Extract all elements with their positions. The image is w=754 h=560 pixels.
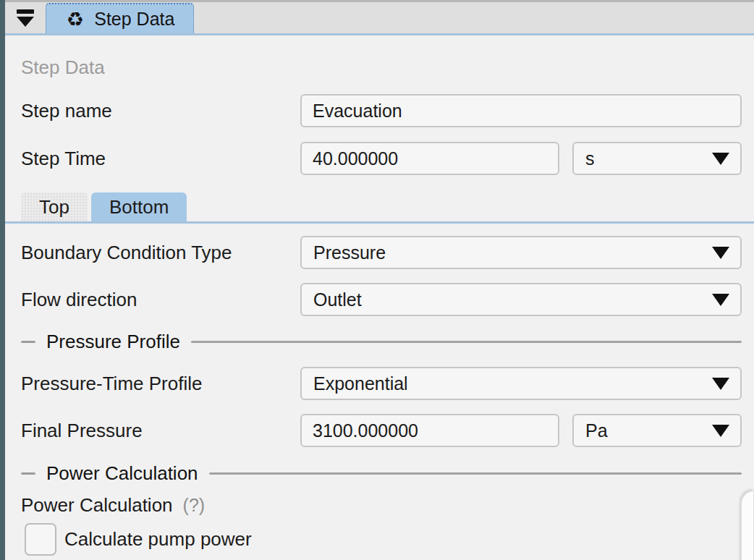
final-pressure-label: Final Pressure xyxy=(21,420,300,442)
panel-edge-strip xyxy=(0,0,5,560)
final-pressure-unit-select[interactable]: Pa xyxy=(572,414,742,447)
pressure-time-profile-label: Pressure-Time Profile xyxy=(21,373,300,395)
tab-step-data-label: Step Data xyxy=(94,9,174,30)
final-pressure-row: Final Pressure Pa xyxy=(21,414,742,447)
step-name-label: Step name xyxy=(21,100,300,122)
step-time-unit-value: s xyxy=(585,148,712,169)
dropdown-arrow-icon xyxy=(712,425,729,437)
boundary-condition-value: Pressure xyxy=(313,242,712,263)
section-rule xyxy=(191,341,742,343)
boundary-condition-select[interactable]: Pressure xyxy=(300,236,742,269)
calculate-pump-power-checkbox[interactable] xyxy=(25,523,56,556)
power-calculation-section-title: Power Calculation xyxy=(46,462,198,485)
power-calculation-row: Power Calculation (?) xyxy=(21,493,742,517)
section-dash xyxy=(21,341,35,343)
step-time-row: Step Time s xyxy=(21,142,742,175)
pressure-time-profile-select[interactable]: Exponential xyxy=(300,367,742,400)
tab-underline xyxy=(5,33,754,35)
pressure-time-profile-row: Pressure-Time Profile Exponential xyxy=(21,367,742,400)
dropdown-arrow-icon xyxy=(712,378,729,390)
power-calculation-section: Power Calculation xyxy=(21,462,742,484)
boundary-subtabs: Top Bottom xyxy=(21,192,742,221)
tab-bar: ♻ Step Data xyxy=(5,0,754,33)
flow-direction-row: Flow direction Outlet xyxy=(21,283,742,316)
section-rule xyxy=(209,472,742,475)
dropdown-arrow-icon xyxy=(712,247,729,259)
tab-bottom[interactable]: Bottom xyxy=(91,192,187,221)
tab-step-data[interactable]: ♻ Step Data xyxy=(46,3,194,33)
pressure-time-profile-value: Exponential xyxy=(313,373,712,394)
calculate-pump-power-row: Calculate pump power xyxy=(21,523,742,556)
help-icon[interactable]: (?) xyxy=(183,495,206,516)
step-time-label: Step Time xyxy=(21,148,300,170)
panel-heading: Step Data xyxy=(21,56,742,79)
dropdown-arrow-icon xyxy=(712,294,729,306)
flow-direction-value: Outlet xyxy=(313,289,712,310)
recycle-icon: ♻ xyxy=(67,9,84,29)
step-name-input[interactable] xyxy=(300,94,742,127)
tab-bottom-label: Bottom xyxy=(109,196,169,219)
flow-direction-label: Flow direction xyxy=(21,289,300,311)
step-name-row: Step name xyxy=(21,94,742,127)
panel-content: Step Data Step name Step Time s Top Bott… xyxy=(5,35,754,560)
dropdown-arrow-icon xyxy=(712,153,729,165)
pressure-profile-section-title: Pressure Profile xyxy=(46,331,180,353)
power-calculation-label: Power Calculation xyxy=(21,494,173,517)
tab-list-button[interactable] xyxy=(5,2,45,33)
flow-direction-select[interactable]: Outlet xyxy=(300,283,742,316)
step-data-panel: ♻ Step Data Step Data Step name Step Tim… xyxy=(0,0,754,560)
collapse-tabs-icon xyxy=(17,9,34,27)
scrollbar-thumb[interactable] xyxy=(741,491,754,560)
step-time-unit-select[interactable]: s xyxy=(572,142,742,175)
subtab-underline xyxy=(5,221,754,224)
calculate-pump-power-label: Calculate pump power xyxy=(64,528,252,551)
final-pressure-input[interactable] xyxy=(300,414,559,447)
section-dash xyxy=(21,472,35,475)
final-pressure-unit-value: Pa xyxy=(585,420,712,441)
boundary-condition-row: Boundary Condition Type Pressure xyxy=(21,236,742,269)
pressure-profile-section: Pressure Profile xyxy=(21,331,742,352)
tab-top-label: Top xyxy=(39,196,69,219)
boundary-condition-label: Boundary Condition Type xyxy=(21,242,300,264)
tab-top[interactable]: Top xyxy=(21,192,88,221)
step-time-input[interactable] xyxy=(300,142,559,175)
